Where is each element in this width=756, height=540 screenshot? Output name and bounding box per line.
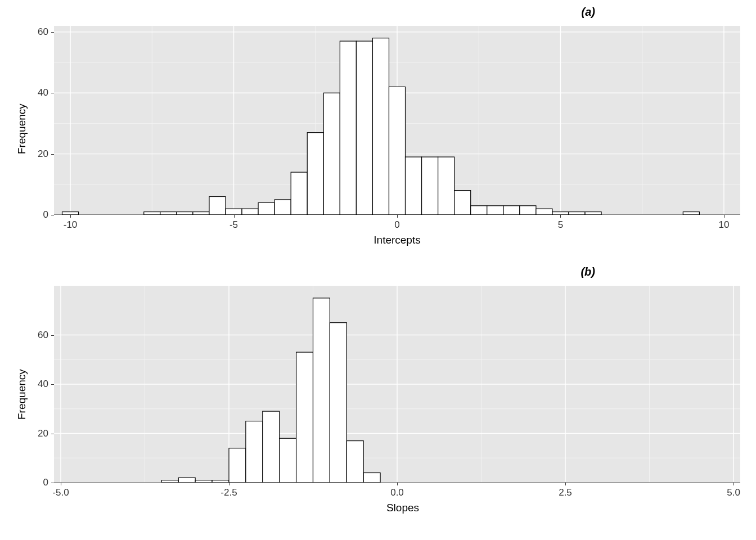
- x-tick-label: 0: [380, 219, 414, 231]
- chart-plot-area-b: [54, 286, 740, 483]
- histogram-bar: [195, 480, 212, 483]
- histogram-bar: [503, 206, 520, 215]
- y-tick-label: 60: [26, 330, 48, 341]
- histogram-bar: [246, 421, 263, 483]
- chart-panel-intercepts: (a) Frequency Intercepts 0204060-10-5051…: [3, 3, 753, 263]
- x-tick-label: -5: [217, 219, 251, 231]
- y-tick-mark: [51, 335, 54, 336]
- x-tick-label: -10: [53, 219, 87, 231]
- y-tick-label: 0: [26, 477, 48, 488]
- histogram-bar: [177, 212, 193, 215]
- histogram-bar: [193, 212, 209, 215]
- y-tick-mark: [51, 154, 54, 155]
- x-tick-label: 5: [543, 219, 577, 231]
- y-tick-label: 0: [26, 209, 48, 220]
- histogram-bar: [487, 206, 503, 215]
- histogram-bar: [178, 478, 195, 483]
- x-tick-mark: [61, 483, 61, 485]
- y-tick-mark: [51, 384, 54, 385]
- histogram-bar: [313, 298, 330, 483]
- histogram-bar: [144, 212, 160, 215]
- histogram-bar: [242, 209, 258, 215]
- x-tick-label: -5.0: [44, 487, 78, 498]
- histogram-bar: [229, 448, 246, 483]
- x-tick-mark: [734, 483, 734, 485]
- chart-plot-area-a: [54, 26, 740, 215]
- x-tick-label: 0.0: [380, 487, 414, 498]
- chart-title-b: (b): [580, 266, 595, 278]
- y-tick-label: 40: [26, 87, 48, 98]
- histogram-bar: [346, 441, 363, 483]
- y-axis-label-b: Frequency: [16, 369, 28, 420]
- histogram-bar: [406, 157, 422, 215]
- histogram-bar: [520, 206, 536, 215]
- x-tick-label: 10: [707, 219, 741, 231]
- x-tick-mark: [397, 215, 398, 218]
- histogram-bar: [226, 209, 242, 215]
- histogram-bar: [585, 212, 601, 215]
- histogram-bar: [274, 200, 291, 215]
- histogram-bar: [291, 172, 307, 215]
- x-tick-mark: [724, 215, 724, 218]
- x-tick-mark: [560, 215, 561, 218]
- histogram-bar: [536, 209, 552, 215]
- histogram-bar: [296, 352, 313, 483]
- y-tick-label: 60: [26, 26, 48, 38]
- histogram-bar: [356, 41, 372, 215]
- y-tick-mark: [51, 483, 54, 483]
- x-tick-mark: [565, 483, 566, 485]
- histogram-bar: [372, 38, 389, 215]
- y-tick-mark: [51, 215, 54, 215]
- histogram-bar: [569, 212, 585, 215]
- histogram-bar: [209, 196, 226, 215]
- y-tick-label: 40: [26, 379, 48, 390]
- y-tick-mark: [51, 434, 54, 434]
- histogram-bar: [263, 411, 280, 483]
- x-tick-label: 2.5: [548, 487, 582, 498]
- chart-panel-slopes: (b) Frequency Slopes 0204060-5.0-2.50.02…: [3, 263, 753, 533]
- histogram-bar: [258, 202, 274, 215]
- histogram-bar: [160, 212, 177, 215]
- histogram-bar: [212, 480, 229, 483]
- x-tick-mark: [229, 483, 230, 485]
- histogram-bar: [683, 212, 699, 215]
- y-axis-label-a: Frequency: [16, 104, 28, 154]
- histogram-bar: [438, 157, 454, 215]
- x-tick-label: -2.5: [212, 487, 246, 498]
- x-axis-label-a: Intercepts: [341, 234, 453, 246]
- histogram-bar: [471, 206, 487, 215]
- histogram-bar: [389, 87, 405, 215]
- x-axis-label-b: Slopes: [346, 502, 459, 514]
- histogram-bar: [280, 438, 296, 483]
- y-tick-mark: [51, 32, 54, 33]
- y-tick-label: 20: [26, 428, 48, 439]
- x-tick-mark: [234, 215, 235, 218]
- histogram-bar: [307, 133, 323, 215]
- x-tick-label: 5.0: [717, 487, 750, 498]
- histogram-bar: [363, 473, 380, 483]
- histogram-bar: [323, 93, 340, 215]
- y-tick-label: 20: [26, 148, 48, 160]
- x-tick-mark: [70, 215, 71, 218]
- chart-title-a: (a): [582, 6, 595, 19]
- histogram-bar: [161, 480, 178, 483]
- histogram-bar: [454, 191, 471, 215]
- x-tick-mark: [397, 483, 398, 485]
- histogram-bar: [330, 323, 346, 483]
- histogram-bar: [340, 41, 356, 215]
- y-tick-mark: [51, 93, 54, 93]
- histogram-bar: [422, 157, 438, 215]
